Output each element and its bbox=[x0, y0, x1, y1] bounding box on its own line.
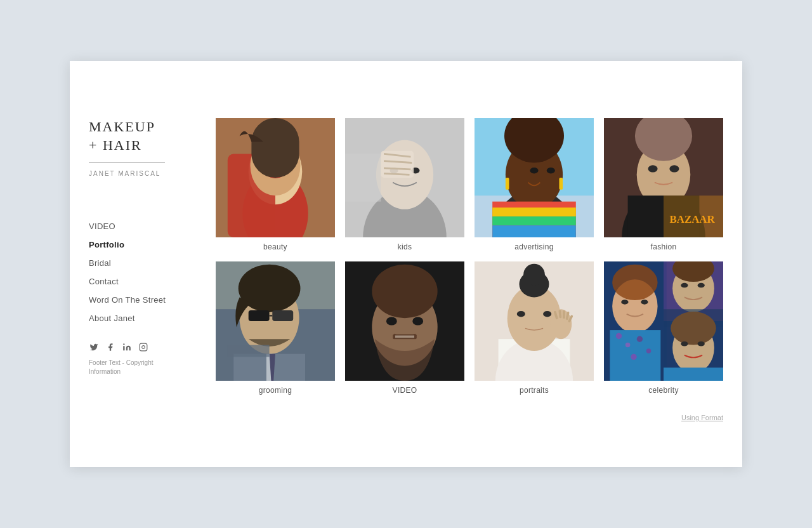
svg-point-93 bbox=[681, 283, 688, 288]
nav-item-about-janet[interactable]: About Janet bbox=[89, 314, 178, 323]
svg-point-70 bbox=[517, 311, 525, 317]
svg-rect-62 bbox=[395, 336, 414, 338]
svg-point-100 bbox=[698, 341, 705, 346]
grid-item-image-advertising bbox=[475, 118, 594, 237]
svg-point-69 bbox=[523, 264, 545, 286]
svg-point-31 bbox=[530, 168, 538, 173]
grid-item-image-video bbox=[345, 261, 464, 381]
nav-item-video[interactable]: VIDEO bbox=[89, 221, 178, 231]
grid-item-advertising[interactable]: advertising bbox=[475, 118, 594, 251]
svg-rect-11 bbox=[251, 118, 299, 178]
svg-line-21 bbox=[384, 168, 410, 169]
grid-item-image-fashion: BAZAAR bbox=[604, 118, 723, 237]
grid-item-beauty[interactable]: beauty bbox=[216, 118, 335, 251]
nav-item-bridal[interactable]: Bridal bbox=[89, 258, 178, 268]
svg-point-86 bbox=[646, 348, 652, 353]
svg-rect-1 bbox=[140, 343, 147, 351]
linkedin-icon[interactable] bbox=[122, 342, 132, 352]
svg-line-74 bbox=[560, 311, 560, 317]
svg-point-89 bbox=[641, 300, 648, 305]
svg-point-59 bbox=[386, 317, 397, 325]
instagram-icon[interactable] bbox=[138, 342, 148, 352]
svg-point-81 bbox=[612, 265, 657, 300]
grid-item-label-portraits: portraits bbox=[475, 386, 594, 395]
logo-subtitle: Janet Mariscal bbox=[89, 170, 178, 177]
svg-point-32 bbox=[547, 168, 555, 173]
grid-item-image-celebrity bbox=[604, 261, 723, 381]
logo-area: MAKEUP+ HAIR Janet Mariscal bbox=[89, 118, 178, 177]
grid-item-grooming[interactable]: grooming bbox=[216, 261, 335, 395]
nav-item-portfolio[interactable]: Portfolio bbox=[89, 240, 178, 249]
main-content: beauty bbox=[197, 61, 742, 467]
svg-point-63 bbox=[372, 265, 437, 319]
grid-item-label-advertising: advertising bbox=[475, 242, 594, 251]
svg-text:BAZAAR: BAZAAR bbox=[669, 213, 715, 225]
svg-point-71 bbox=[543, 311, 551, 317]
nav-item-word-on-street[interactable]: Word On The Street bbox=[89, 295, 178, 305]
svg-point-41 bbox=[648, 165, 658, 172]
svg-rect-50 bbox=[249, 310, 270, 321]
svg-point-42 bbox=[669, 165, 679, 172]
grid-item-label-fashion: fashion bbox=[604, 242, 723, 251]
grid-item-portraits[interactable]: portraits bbox=[475, 261, 594, 395]
grid-item-image-portraits bbox=[475, 261, 594, 381]
facebook-icon[interactable] bbox=[105, 342, 115, 352]
portfolio-grid: beauty bbox=[216, 118, 723, 395]
using-format-link[interactable]: Using Format bbox=[216, 414, 723, 421]
grid-item-label-grooming: grooming bbox=[216, 386, 335, 395]
svg-point-94 bbox=[698, 283, 705, 288]
svg-point-0 bbox=[123, 343, 124, 345]
svg-rect-101 bbox=[664, 367, 723, 381]
svg-line-22 bbox=[384, 173, 409, 175]
svg-rect-56 bbox=[228, 345, 270, 357]
grid-item-fashion[interactable]: BAZAAR fashion bbox=[604, 118, 723, 251]
svg-rect-30 bbox=[492, 225, 576, 237]
svg-rect-28 bbox=[492, 208, 576, 216]
svg-rect-51 bbox=[272, 310, 293, 321]
svg-point-83 bbox=[616, 333, 622, 339]
svg-point-85 bbox=[637, 336, 643, 342]
logo-title: MAKEUP+ HAIR bbox=[89, 118, 178, 154]
svg-point-98 bbox=[671, 312, 716, 345]
sidebar: MAKEUP+ HAIR Janet Mariscal VIDEO Portfo… bbox=[70, 61, 197, 467]
svg-rect-17 bbox=[345, 154, 381, 201]
footer-text: Footer Text - Copyright Information bbox=[89, 359, 171, 376]
svg-point-60 bbox=[412, 317, 423, 325]
svg-point-99 bbox=[681, 341, 688, 346]
svg-point-87 bbox=[631, 354, 636, 360]
twitter-icon[interactable] bbox=[89, 342, 99, 352]
social-icons bbox=[89, 342, 178, 352]
svg-point-88 bbox=[621, 300, 628, 305]
svg-rect-29 bbox=[492, 216, 576, 225]
grid-item-image-grooming bbox=[216, 261, 335, 381]
svg-point-84 bbox=[625, 343, 631, 348]
svg-rect-33 bbox=[506, 178, 509, 190]
svg-line-76 bbox=[567, 313, 568, 319]
grid-item-image-beauty bbox=[216, 118, 335, 237]
grid-item-celebrity[interactable]: celebrity bbox=[604, 261, 723, 395]
grid-item-label-beauty: beauty bbox=[216, 242, 335, 251]
grid-item-label-video: VIDEO bbox=[345, 386, 464, 395]
grid-item-image-kids bbox=[345, 118, 464, 237]
logo-divider bbox=[89, 162, 165, 162]
nav-item-contact[interactable]: Contact bbox=[89, 277, 178, 286]
main-window: MAKEUP+ HAIR Janet Mariscal VIDEO Portfo… bbox=[70, 61, 742, 467]
grid-item-label-kids: kids bbox=[345, 242, 464, 251]
grid-item-video[interactable]: VIDEO bbox=[345, 261, 464, 395]
grid-item-kids[interactable]: kids bbox=[345, 118, 464, 251]
grid-item-label-celebrity: celebrity bbox=[604, 386, 723, 395]
svg-rect-34 bbox=[559, 178, 563, 190]
nav-menu: VIDEO Portfolio Bridal Contact Word On T… bbox=[89, 221, 178, 323]
